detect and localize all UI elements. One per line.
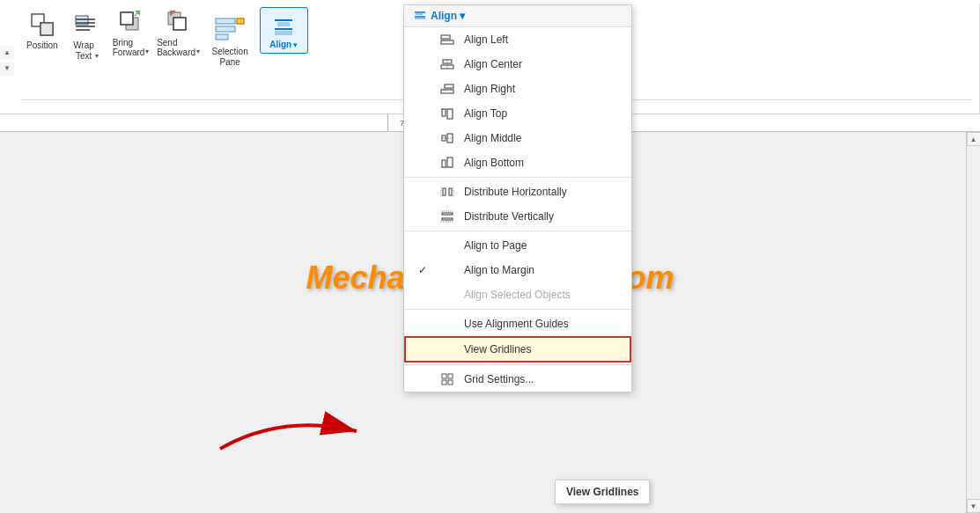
align-left-label: Align Left xyxy=(464,33,623,46)
distribute-h-icon xyxy=(439,184,455,200)
align-icon xyxy=(269,11,298,40)
align-bottom-label: Align Bottom xyxy=(464,157,623,169)
bring-forward-group: BringForward ▾ xyxy=(109,7,153,57)
bring-forward-dropdown: ▾ xyxy=(145,48,149,55)
tooltip-text: View Gridlines xyxy=(566,486,638,498)
align-right-icon xyxy=(439,81,455,97)
svg-rect-2 xyxy=(41,23,53,35)
svg-rect-23 xyxy=(275,31,292,35)
menu-item-align-page[interactable]: Align to Page xyxy=(404,233,631,258)
send-backward-group: SendBackward ▾ xyxy=(157,7,201,57)
align-selected-label: Align Selected Objects xyxy=(464,289,623,301)
svg-rect-9 xyxy=(121,12,133,25)
align-top-icon xyxy=(439,106,455,121)
menu-item-use-guides[interactable]: Use Alignment Guides xyxy=(404,311,631,336)
svg-rect-18 xyxy=(216,34,228,40)
menu-item-align-selected[interactable]: Align Selected Objects xyxy=(404,282,631,307)
align-middle-label: Align Middle xyxy=(464,132,623,144)
bring-forward-icon xyxy=(117,7,145,38)
menu-item-grid-settings[interactable]: Grid Settings... xyxy=(404,367,631,392)
svg-rect-45 xyxy=(442,160,446,167)
svg-rect-26 xyxy=(416,13,423,15)
tooltip-box: View Gridlines xyxy=(555,480,650,504)
align-bottom-icon xyxy=(439,155,455,171)
menu-item-align-middle[interactable]: Align Middle xyxy=(404,126,631,150)
view-gridlines-label: View Gridlines xyxy=(464,343,621,355)
wrap-text-label: WrapText xyxy=(73,40,94,62)
position-label: Position xyxy=(26,40,58,51)
svg-rect-40 xyxy=(447,109,453,119)
menu-item-align-bottom[interactable]: Align Bottom xyxy=(404,150,631,175)
svg-rect-56 xyxy=(448,374,453,378)
wrap-text-dropdown-arrow: ▾ xyxy=(95,52,99,60)
svg-rect-19 xyxy=(237,18,244,24)
menu-item-distribute-v[interactable]: Distribute Vertically xyxy=(404,204,631,229)
menu-item-align-right[interactable]: Align Right xyxy=(404,77,631,101)
svg-rect-16 xyxy=(216,18,235,24)
distribute-h-label: Distribute Horizontally xyxy=(464,186,623,198)
align-right-label: Align Right xyxy=(464,83,623,95)
align-dropdown-menu: Align ▾ Align Left Align Center xyxy=(403,4,632,392)
scrollbar-right: ▲ ▼ xyxy=(966,132,980,513)
use-guides-icon xyxy=(439,316,455,332)
use-guides-label: Use Alignment Guides xyxy=(464,318,623,330)
menu-item-align-center[interactable]: Align Center xyxy=(404,52,631,77)
selection-pane-label: SelectionPane xyxy=(212,47,248,68)
send-backward-icon xyxy=(165,7,193,38)
selection-pane-button[interactable]: SelectionPane xyxy=(204,7,256,72)
align-center-label: Align Center xyxy=(464,58,623,70)
distribute-v-label: Distribute Vertically xyxy=(464,210,623,223)
align-label: Align xyxy=(269,40,291,49)
svg-rect-55 xyxy=(442,374,446,378)
svg-rect-31 xyxy=(441,40,453,44)
svg-rect-46 xyxy=(447,158,453,167)
align-margin-label: Align to Margin xyxy=(464,264,623,276)
svg-rect-30 xyxy=(441,35,450,39)
scroll-up-arrow[interactable]: ▲ xyxy=(0,46,14,60)
wrap-text-button[interactable]: WrapText ▾ xyxy=(67,7,106,65)
svg-rect-21 xyxy=(277,22,290,26)
separator-3 xyxy=(404,309,631,310)
svg-rect-13 xyxy=(173,18,186,30)
align-page-label: Align to Page xyxy=(464,239,623,252)
svg-rect-37 xyxy=(441,90,453,93)
svg-rect-36 xyxy=(445,84,453,88)
align-page-icon xyxy=(439,238,455,253)
align-dropdown-title: Align ▾ xyxy=(431,10,465,22)
menu-item-align-left[interactable]: Align Left xyxy=(404,27,631,52)
menu-item-distribute-h[interactable]: Distribute Horizontally xyxy=(404,180,631,204)
align-margin-icon xyxy=(439,262,455,278)
menu-item-align-margin[interactable]: ✓ Align to Margin xyxy=(404,258,631,282)
svg-rect-53 xyxy=(442,213,453,215)
svg-rect-54 xyxy=(442,218,453,220)
grid-settings-label: Grid Settings... xyxy=(464,373,623,385)
grid-settings-icon xyxy=(439,371,455,387)
align-middle-icon xyxy=(439,130,455,146)
separator-1 xyxy=(404,177,631,178)
separator-2 xyxy=(404,231,631,231)
scroll-down-arrow[interactable]: ▼ xyxy=(0,62,14,76)
align-header-icon xyxy=(413,9,427,23)
position-button[interactable]: Position xyxy=(21,7,63,55)
align-selected-icon xyxy=(439,287,455,303)
position-icon xyxy=(28,11,56,39)
menu-item-view-gridlines[interactable]: View Gridlines xyxy=(404,336,631,363)
align-dropdown-header[interactable]: Align ▾ xyxy=(404,5,631,27)
arrow-pointer xyxy=(211,405,370,460)
scroll-up-btn[interactable]: ▲ xyxy=(967,132,981,146)
bring-forward-label: BringForward xyxy=(113,38,145,57)
menu-item-align-top[interactable]: Align Top xyxy=(404,101,631,126)
view-gridlines-icon xyxy=(439,341,455,357)
svg-rect-17 xyxy=(216,26,235,32)
align-dropdown-arrow: ▾ xyxy=(293,40,298,49)
align-button[interactable]: Align ▾ xyxy=(260,7,308,54)
align-center-icon xyxy=(439,56,455,72)
svg-rect-49 xyxy=(443,188,446,195)
wrap-text-icon xyxy=(72,11,100,39)
selection-pane-icon xyxy=(213,11,247,45)
align-margin-check: ✓ xyxy=(418,264,431,276)
svg-rect-58 xyxy=(448,380,453,385)
svg-rect-50 xyxy=(449,188,452,195)
send-backward-dropdown: ▾ xyxy=(196,48,200,55)
scroll-down-btn[interactable]: ▼ xyxy=(967,499,981,513)
